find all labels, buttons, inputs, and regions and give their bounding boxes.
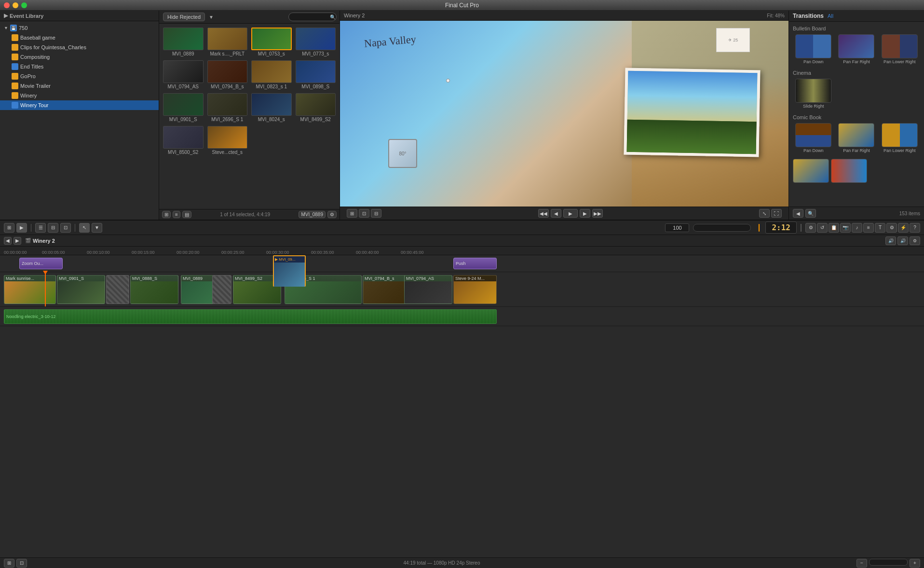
step-back-btn[interactable]: ◀ [551, 209, 561, 218]
timeline-footer-btn-1[interactable]: ⊞ [4, 559, 14, 568]
transition-item-pan-lower-right-bb[interactable]: Pan Lower Right [879, 34, 920, 64]
zoom-slider[interactable] [693, 224, 751, 232]
media-clip-0794as[interactable]: MVI_0794_AS [163, 60, 204, 89]
rt-btn-5[interactable]: ♪ [852, 223, 862, 233]
tool-btn-5[interactable]: ⊡ [60, 223, 71, 233]
timeline-footer-btn-2[interactable]: ⊡ [16, 559, 27, 568]
timeline-clip-mvi0794b[interactable]: MVI_0794_B_s [363, 275, 411, 304]
zoom-out-btn[interactable]: − [856, 559, 867, 568]
tool-btn-1[interactable]: ⊞ [4, 223, 14, 233]
clip-appearance-btn[interactable]: ≡ [173, 211, 180, 218]
timeline-fwd-btn[interactable]: ▶ [14, 237, 21, 245]
tree-root[interactable]: ▼ 💾 750 [0, 23, 159, 33]
sidebar-item-label: End Titles [20, 64, 43, 69]
timeline-clip-mvi0888[interactable]: MVI_0888_S [130, 275, 178, 304]
media-clip-0823[interactable]: MVI_0823_s 1 [251, 60, 292, 89]
sidebar-item-compositing[interactable]: Compositing [0, 52, 159, 62]
transition-item-pan-far-right-cb[interactable]: Pan Far Right [836, 123, 877, 153]
search-input[interactable] [288, 13, 337, 21]
rt-btn-10[interactable]: ? [910, 223, 920, 233]
transition-item-slide-right[interactable]: Slide Right [793, 79, 834, 109]
timeline-clip-mvi0794as[interactable]: MVI_0794_AS [404, 275, 452, 304]
preview-ctrl-btn-3[interactable]: ⊟ [371, 209, 381, 218]
transition-label: Pan Down [803, 59, 824, 64]
zoom-in-btn[interactable]: + [910, 559, 920, 568]
transitions-all-btn[interactable]: All [828, 13, 833, 19]
preview-ctrl-btn-5[interactable]: ⛶ [771, 209, 782, 218]
sidebar-item-label: Clips for Quintessa_Charles [20, 44, 86, 50]
step-fwd-btn[interactable]: ▶ [580, 209, 590, 218]
push-clip[interactable]: Push [453, 258, 497, 269]
transition-item-pan-lower-right-cb[interactable]: Pan Lower Right [879, 123, 920, 153]
sidebar-item-gopro[interactable]: GoPro [0, 71, 159, 81]
media-clip-steve[interactable]: Steve...cted_s [207, 126, 248, 155]
media-clip-0773[interactable]: MVI_0773_s [296, 28, 336, 56]
transition-back-btn[interactable]: ◀ [793, 209, 803, 218]
media-clip-8024[interactable]: MVI_8024_s [251, 93, 292, 122]
rt-btn-8[interactable]: ⚙ [886, 223, 897, 233]
timeline-clip-transition[interactable] [106, 275, 129, 304]
media-clip-0794bs[interactable]: MVI_0794_B_s [207, 60, 248, 89]
settings-btn2[interactable]: ⚙ [910, 236, 920, 245]
sidebar-item-movie-trailer[interactable]: Movie Trailer [0, 81, 159, 91]
zoom-out-clip[interactable]: Zoom Ou... [19, 258, 63, 269]
rt-btn-9[interactable]: ⚡ [898, 223, 909, 233]
preview-ctrl-btn-4[interactable]: ⤡ [759, 209, 770, 218]
audio-clip-noodling[interactable]: Noodling electric_3-10-12 [4, 309, 497, 324]
rt-btn-2[interactable]: ↺ [817, 223, 828, 233]
sidebar-item-winery[interactable]: Winery [0, 91, 159, 100]
thumb-label: MVI_0901_S [163, 117, 204, 122]
rt-btn-1[interactable]: ⚙ [805, 223, 816, 233]
minimize-button[interactable] [13, 2, 18, 8]
select-tool-btn[interactable]: ↖ [79, 223, 90, 233]
hide-rejected-button[interactable]: Hide Rejected [163, 13, 205, 21]
media-clip-0901[interactable]: MVI_0901_S [163, 93, 204, 122]
preview-ctrl-btn-1[interactable]: ⊞ [347, 209, 357, 218]
audio-btn2[interactable]: 🔊 [897, 236, 908, 245]
all-filter-btn[interactable]: MVI_0889 [299, 211, 326, 218]
rt-btn-3[interactable]: 📋 [829, 223, 839, 233]
sidebar-item-baseball[interactable]: Baseball game [0, 33, 159, 42]
media-clip-8499[interactable]: MVI_8499_S2 [296, 93, 336, 122]
filter-dropdown-icon[interactable]: ▼ [209, 14, 214, 20]
timeline-tracks[interactable]: ▶ MVI_09... Zoom Ou... Push Mark sunrise… [0, 255, 924, 557]
timeline-zoom-slider[interactable] [869, 559, 908, 566]
timeline-clip-mvi0901[interactable]: MVI_0901_S [57, 275, 105, 304]
floating-clip-thumb [274, 263, 305, 287]
settings-btn[interactable]: ⚙ [327, 211, 337, 218]
close-button[interactable] [4, 2, 10, 8]
tool-btn-3[interactable]: ☰ [35, 223, 46, 233]
tool-btn-arrow[interactable]: ▶ [16, 223, 27, 233]
media-clip-marks[interactable]: Mark s...._PRLT [207, 28, 248, 56]
media-clip-0898[interactable]: MVI_0898_S [296, 60, 336, 89]
skimming-btn[interactable]: ▤ [182, 211, 191, 218]
play-btn[interactable]: ▶ [563, 209, 578, 218]
select-dropdown-btn[interactable]: ▼ [92, 223, 102, 233]
timeline-clip-transition2[interactable] [212, 275, 231, 304]
audio-btn[interactable]: 🔊 [885, 236, 896, 245]
view-toggle-btn[interactable]: ⊞ [162, 211, 171, 218]
timeline-clip-mark-sunrise[interactable]: Mark sunrise... [4, 275, 56, 304]
sidebar-item-clips[interactable]: Clips for Quintessa_Charles [0, 42, 159, 52]
media-clip-0753[interactable]: MVI_0753_s [251, 28, 292, 56]
transition-item-pan-down-bb[interactable]: Pan Down [793, 34, 834, 64]
rt-btn-4[interactable]: 📷 [840, 223, 851, 233]
timeline-back-btn[interactable]: ◀ [4, 237, 12, 245]
timeline-clip-steve924[interactable]: Steve 9-24 M... [453, 275, 497, 304]
rt-btn-6[interactable]: ≡ [863, 223, 874, 233]
sidebar-item-winery-tour[interactable]: Winery Tour [0, 100, 159, 110]
transition-item-pan-down-cb[interactable]: Pan Down [793, 123, 834, 153]
sidebar-item-end-titles[interactable]: End Titles [0, 62, 159, 71]
media-clip-0889[interactable]: MVI_0889 [163, 28, 204, 56]
next-frame-btn[interactable]: ▶▶ [592, 209, 603, 218]
maximize-button[interactable] [21, 2, 27, 8]
tool-btn-4[interactable]: ⊟ [48, 223, 58, 233]
transition-search-btn[interactable]: 🔍 [805, 209, 816, 218]
floating-clip-mvi09[interactable]: ▶ MVI_09... [273, 255, 306, 287]
media-clip-2696[interactable]: MVI_2696_S 1 [207, 93, 248, 122]
prev-frame-btn[interactable]: ◀◀ [538, 209, 549, 218]
media-clip-8500[interactable]: MVI_8500_S2 [163, 126, 204, 155]
rt-btn-7[interactable]: T [875, 223, 885, 233]
transition-item-pan-far-right-bb[interactable]: Pan Far Right [836, 34, 877, 64]
preview-ctrl-btn-2[interactable]: ⊡ [359, 209, 369, 218]
